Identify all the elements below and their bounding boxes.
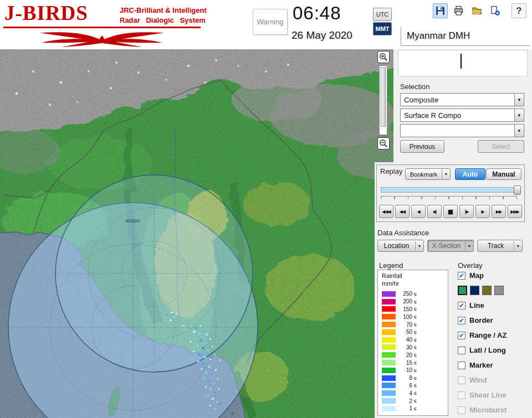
overlay-item-line[interactable]: ✔Line xyxy=(458,301,531,310)
chevron-down-icon[interactable]: ▼ xyxy=(514,93,524,106)
bookmark-button[interactable]: Bookmark ▼ xyxy=(405,168,451,180)
fast-rewind-button[interactable]: ◀◀ xyxy=(395,205,410,218)
save-icon[interactable] xyxy=(433,3,448,18)
legend-value: 15 xyxy=(398,360,412,366)
jbirds-application: J-BIRDS JRC-Brilliant & Intelligent Rada… xyxy=(0,0,532,418)
legend-color-swatch xyxy=(382,352,396,358)
checkbox[interactable] xyxy=(458,362,466,369)
overlay-item-wind[interactable]: Wind xyxy=(458,375,531,385)
legend-color-swatch xyxy=(382,299,396,305)
auto-mode-button[interactable]: Auto xyxy=(455,168,485,180)
overlay-item-range-az[interactable]: ✔Range / AZ xyxy=(458,331,531,340)
message-text-area[interactable] xyxy=(398,50,528,76)
zoom-in-icon[interactable] xyxy=(377,51,390,63)
data-assistance-location-button[interactable]: Location▼ xyxy=(377,240,424,252)
selection-label: Selection xyxy=(400,82,429,91)
jump-end-button[interactable]: ▶▶▶ xyxy=(508,205,522,218)
legend-color-swatch xyxy=(382,344,396,350)
legend-value: 10 xyxy=(398,367,412,373)
legend-color-swatch xyxy=(382,337,396,343)
step-back-button[interactable]: ◀ xyxy=(411,205,426,218)
stop-button[interactable]: ■ xyxy=(443,205,458,218)
legend-value: 200 xyxy=(398,298,412,305)
data-assistance-buttons: Location▼X-Section▼Track▼ xyxy=(377,240,523,252)
open-folder-icon[interactable] xyxy=(469,3,484,18)
legend-box: Rainfall mm/hr 250≤200≤150≤100≤70≤50≤40≤… xyxy=(377,270,448,416)
overlay-item-shear-line[interactable]: Shear Line xyxy=(458,390,531,400)
export-icon[interactable] xyxy=(488,3,503,18)
jump-start-button[interactable]: ◀◀◀ xyxy=(379,205,393,218)
checkbox[interactable] xyxy=(458,347,466,354)
legend-suffix: ≤ xyxy=(414,375,417,381)
legend-color-swatch xyxy=(382,322,396,327)
legend-row: 200≤ xyxy=(382,298,417,306)
mmt-button[interactable]: MMT xyxy=(373,22,392,35)
print-icon[interactable] xyxy=(451,3,466,18)
manual-mode-button[interactable]: Manual xyxy=(486,168,521,180)
zoom-out-icon[interactable] xyxy=(377,137,390,149)
product-group-combobox[interactable]: Composite ▼ xyxy=(400,93,524,106)
zoom-slider-track[interactable] xyxy=(379,65,387,135)
map-style-swatch[interactable] xyxy=(494,286,504,295)
extra-combobox[interactable]: ▼ xyxy=(400,124,524,137)
checkbox[interactable] xyxy=(458,406,466,414)
previous-button[interactable]: Previous xyxy=(400,140,444,153)
chevron-down-icon[interactable]: ▼ xyxy=(514,124,524,137)
chevron-down-icon[interactable]: ▼ xyxy=(416,244,423,248)
checkbox[interactable]: ✔ xyxy=(458,332,466,339)
overlay-item-label: Marker xyxy=(469,361,493,369)
overlay-item-microburst[interactable]: Microburst xyxy=(458,405,531,415)
chevron-down-icon[interactable]: ▼ xyxy=(466,244,473,248)
data-assistance-label: Data Assistance xyxy=(377,229,429,237)
checkbox[interactable] xyxy=(458,376,466,384)
checkbox[interactable]: ✔ xyxy=(458,272,466,280)
overlay-item-marker[interactable]: Marker xyxy=(458,360,531,370)
legend-value: 70 xyxy=(398,322,412,328)
map-style-swatch[interactable] xyxy=(458,286,467,295)
chevron-down-icon[interactable]: ▼ xyxy=(514,109,524,122)
product-combobox[interactable]: Surface R Compo ▼ xyxy=(400,109,524,122)
chevron-down-icon[interactable]: ▼ xyxy=(514,244,522,248)
prev-frame-button[interactable]: ◀| xyxy=(427,205,442,218)
warning-button[interactable]: Warning xyxy=(253,9,288,35)
checkbox[interactable] xyxy=(458,391,466,399)
checkbox[interactable]: ✔ xyxy=(458,302,466,309)
overlay-item-lati-long[interactable]: Lati / Long xyxy=(458,345,531,355)
legend-row: 70≤ xyxy=(382,321,417,328)
fast-forward-button[interactable]: ▶▶ xyxy=(492,205,506,218)
logo-underline xyxy=(3,27,201,28)
legend-value: 150 xyxy=(398,306,412,312)
logo-tagline-1: JRC-Brilliant & Intelligent xyxy=(120,6,207,14)
replay-groupbox: Replay Bookmark ▼ Auto Manual ◀◀◀◀◀◀◀|■|… xyxy=(376,164,525,222)
toolbar: ? xyxy=(433,3,530,18)
overlay-item-map[interactable]: ✔Map xyxy=(458,271,531,280)
data-assistance-track-button[interactable]: Track▼ xyxy=(477,240,523,252)
next-frame-button[interactable]: |▶ xyxy=(459,205,474,218)
checkbox[interactable]: ✔ xyxy=(458,317,466,324)
legend-value: 50 xyxy=(398,329,412,335)
chevron-down-icon[interactable]: ▼ xyxy=(442,169,450,179)
help-icon[interactable]: ? xyxy=(511,3,526,18)
utc-button[interactable]: UTC xyxy=(373,8,392,21)
header-bar: J-BIRDS JRC-Brilliant & Intelligent Rada… xyxy=(0,0,532,49)
map-style-swatches[interactable] xyxy=(458,286,531,295)
replay-timeline-thumb[interactable] xyxy=(514,185,521,195)
overlay-item-border[interactable]: ✔Border xyxy=(458,316,531,325)
play-button[interactable]: ▶ xyxy=(475,205,490,218)
replay-timeline-slider[interactable] xyxy=(381,187,517,193)
map-style-swatch[interactable] xyxy=(470,286,479,295)
data-assistance-x-section-button[interactable]: X-Section▼ xyxy=(427,240,474,252)
legend-title-2: mm/hr xyxy=(382,280,399,287)
legend-rows: 250≤200≤150≤100≤70≤50≤40≤30≤20≤15≤10≤8≤6… xyxy=(382,290,417,412)
legend-row: 50≤ xyxy=(382,328,417,336)
legend-value: 100 xyxy=(398,314,412,320)
select-button[interactable]: Select xyxy=(478,140,524,153)
station-name-box: Myanmar DMH xyxy=(401,27,530,46)
weather-radar-map[interactable]: 450km xyxy=(0,49,393,418)
extra-value xyxy=(400,124,515,137)
bookmark-label: Bookmark xyxy=(406,169,442,179)
eagle-icon xyxy=(19,29,185,50)
zoom-slider-thumb[interactable] xyxy=(381,67,386,127)
legend-suffix: ≤ xyxy=(414,344,417,350)
map-style-swatch[interactable] xyxy=(482,286,492,295)
